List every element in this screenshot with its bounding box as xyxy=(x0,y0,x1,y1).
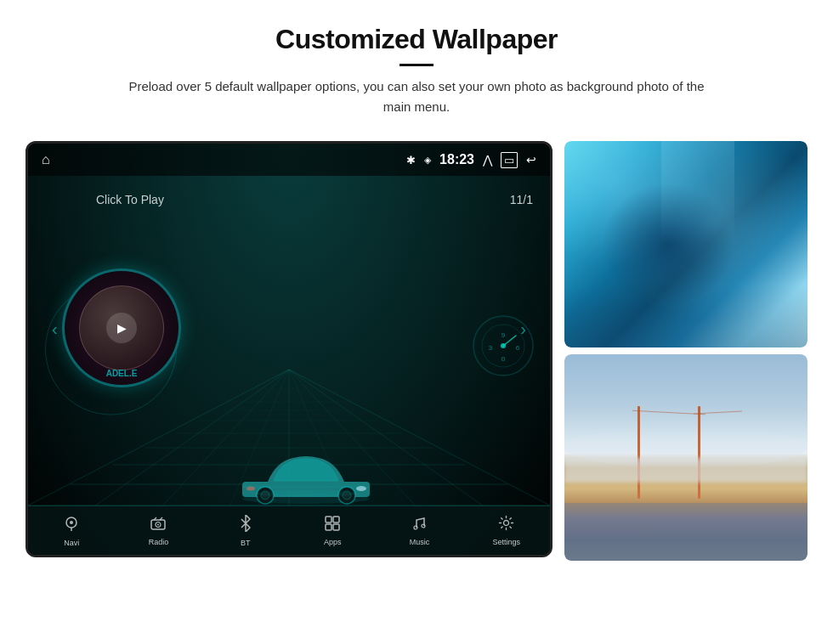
svg-rect-44 xyxy=(333,517,339,523)
svg-rect-43 xyxy=(326,517,332,523)
back-icon: ↩ xyxy=(526,153,536,167)
nav-item-music[interactable]: Music xyxy=(389,516,449,546)
nav-label-music: Music xyxy=(410,538,430,546)
radio-icon xyxy=(150,516,167,535)
expand-icon: ⋀ xyxy=(483,153,492,167)
status-right: ✱ ◈ 18:23 ⋀ ▭ ↩ xyxy=(406,152,536,168)
main-content: ⌂ ✱ ◈ 18:23 ⋀ ▭ ↩ Click To Play 11/1 ▶ A… xyxy=(0,127,833,569)
nav-item-bt[interactable]: BT xyxy=(216,515,275,547)
page-title: Customized Wallpaper xyxy=(34,24,799,55)
car-bottom-nav: Navi Radio BT Apps xyxy=(28,506,550,555)
nav-label-settings: Settings xyxy=(493,538,521,546)
svg-point-25 xyxy=(255,490,357,497)
svg-text:6: 6 xyxy=(516,344,520,352)
title-divider xyxy=(400,64,434,66)
settings-icon xyxy=(498,515,514,535)
svg-point-34 xyxy=(501,343,506,348)
status-bar: ⌂ ✱ ◈ 18:23 ⋀ ▭ ↩ xyxy=(28,144,550,176)
car-svg xyxy=(230,438,382,506)
album-inner: ▶ xyxy=(79,285,164,370)
nav-label-navi: Navi xyxy=(64,539,79,547)
nav-label-apps: Apps xyxy=(324,538,342,546)
album-art[interactable]: ▶ ADEL.E xyxy=(62,268,181,387)
nav-item-navi[interactable]: Navi xyxy=(42,515,101,547)
svg-rect-45 xyxy=(326,524,332,530)
car-visual xyxy=(221,404,391,506)
wallpaper-thumbnails xyxy=(564,141,808,561)
navi-icon xyxy=(63,515,80,536)
dial-svg: 9 0 3 6 xyxy=(469,295,537,397)
status-left: ⌂ xyxy=(42,152,50,167)
nav-item-apps[interactable]: Apps xyxy=(303,516,362,546)
page-header: Customized Wallpaper Preload over 5 defa… xyxy=(0,0,833,127)
window-icon: ▭ xyxy=(501,152,518,168)
status-time: 18:23 xyxy=(439,152,474,167)
nav-item-radio[interactable]: Radio xyxy=(128,516,188,546)
nav-label-bt: BT xyxy=(241,539,251,547)
svg-point-49 xyxy=(504,521,509,526)
car-screen: ⌂ ✱ ◈ 18:23 ⋀ ▭ ↩ Click To Play 11/1 ▶ A… xyxy=(26,141,552,557)
bluetooth-icon: ✱ xyxy=(406,154,416,167)
svg-text:3: 3 xyxy=(489,344,493,352)
nav-item-settings[interactable]: Settings xyxy=(477,515,536,546)
svg-rect-46 xyxy=(333,524,339,530)
nav-label-radio: Radio xyxy=(149,538,169,546)
svg-point-40 xyxy=(157,523,159,525)
bt-icon xyxy=(239,515,252,536)
music-icon xyxy=(411,516,427,535)
prev-track-button[interactable]: ‹ xyxy=(52,319,58,339)
apps-icon xyxy=(325,516,340,535)
play-button[interactable]: ▶ xyxy=(106,313,137,343)
speed-dial: 9 0 3 6 xyxy=(469,186,537,506)
signal-icon: ◈ xyxy=(424,155,431,166)
page-description: Preload over 5 default wallpaper options… xyxy=(119,76,714,117)
click-to-play-label: Click To Play xyxy=(96,193,164,206)
wallpaper-thumbnail-ice-cave[interactable] xyxy=(564,141,808,347)
home-icon: ⌂ xyxy=(42,152,50,167)
artist-name: ADEL.E xyxy=(65,369,178,378)
svg-text:0: 0 xyxy=(502,355,506,363)
svg-text:9: 9 xyxy=(502,331,506,339)
svg-point-37 xyxy=(70,521,73,524)
wallpaper-thumbnail-bridge[interactable] xyxy=(564,354,808,561)
